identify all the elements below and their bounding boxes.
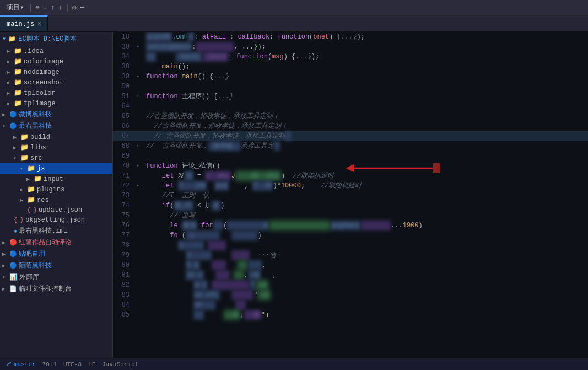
json-file-icon: { } bbox=[27, 207, 37, 213]
line-content: //古圣团队开发，招收学徒，承接工具定制！ bbox=[144, 111, 588, 121]
sidebar-item-external[interactable]: ▾ 📊 外部库 bbox=[0, 271, 112, 283]
sidebar-item-libs[interactable]: ▶ 📁 libs bbox=[0, 142, 112, 153]
sidebar-item-label: tplimage bbox=[24, 100, 56, 108]
arrow-icon: ▶ bbox=[20, 197, 25, 203]
sidebar-item-label: screenshot bbox=[24, 79, 63, 87]
sidebar-ec-label: EC脚本 D:\EC脚本 bbox=[18, 34, 77, 44]
sidebar-project-root[interactable]: ▾ 📁 EC脚本 D:\EC脚本 bbox=[0, 32, 112, 46]
encoding-value: UTF-8 bbox=[63, 361, 82, 368]
folder-icon: 📁 bbox=[34, 175, 42, 183]
sidebar-item-tplcolor[interactable]: ▶ 📁 tplcolor bbox=[0, 88, 112, 98]
sidebar-item-js[interactable]: ▾ 📁 js bbox=[0, 163, 112, 174]
code-line-79: 79 J ·· ·· ···省· bbox=[113, 250, 588, 260]
sidebar-item-label: 最右黑科技.iml bbox=[19, 226, 68, 235]
minimize-icon[interactable]: — bbox=[80, 3, 84, 12]
line-fold-indicator: ▸ bbox=[135, 181, 144, 191]
project-icon: 🔵 bbox=[9, 262, 17, 269]
tab-filename: main.js bbox=[7, 20, 34, 28]
gear-icon[interactable]: ⚙ bbox=[72, 3, 77, 12]
code-line-38: 38 main(); bbox=[113, 62, 588, 72]
arrow-icon: ▶ bbox=[2, 286, 8, 292]
sidebar-item-input[interactable]: ▶ 📁 input bbox=[0, 174, 112, 184]
list-icon[interactable]: ≡ bbox=[43, 3, 47, 12]
temp-icon: 📄 bbox=[9, 285, 17, 292]
arrow-icon: ▶ bbox=[2, 239, 8, 246]
sidebar-item-res[interactable]: ▶ 📁 res bbox=[0, 195, 112, 205]
arrow-icon: ▾ bbox=[2, 274, 8, 281]
sidebar-item-label: plugins bbox=[37, 186, 64, 194]
line-content: let 发信 = r do(J 延 迟大) //取随机延时 bbox=[144, 171, 588, 181]
line-fold-indicator: ▸ bbox=[135, 141, 144, 151]
arrow-icon: ▶ bbox=[20, 186, 25, 193]
add-icon[interactable]: ⊕ bbox=[35, 3, 40, 12]
code-line-85: 85 ·· 开, ·意") bbox=[113, 310, 588, 320]
arrow-icon: ▶ bbox=[2, 111, 8, 118]
encoding-label: UTF-8 bbox=[63, 361, 82, 368]
editor[interactable]: 18 pjysdk.onHc: atFail : callback: funct… bbox=[113, 32, 588, 358]
sidebar-item-colorimage[interactable]: ▶ 📁 colorimage bbox=[0, 56, 112, 67]
project-icon: 🔵 bbox=[9, 250, 17, 258]
code-line-69: 69 bbox=[113, 151, 588, 161]
sidebar-item-tieba[interactable]: ▶ 🔵 贴吧自用 bbox=[0, 248, 112, 260]
sidebar-item-hongshu[interactable]: ▶ 🔴 红薯作品自动评论 bbox=[0, 237, 112, 248]
cursor-position: 70:1 bbox=[42, 361, 57, 368]
line-ending-label: LF bbox=[88, 361, 95, 368]
code-line-73: 73 //T 正则 认 bbox=[113, 191, 588, 201]
tab-close-button[interactable]: × bbox=[37, 21, 41, 27]
sidebar-item-nodeimage[interactable]: ▶ 📁 nodeimage bbox=[0, 67, 112, 77]
code-line-71: 71 let 发信 = r do(J 延 迟大) //取随机延时 bbox=[113, 171, 588, 181]
git-branch[interactable]: ⎇ master bbox=[4, 361, 36, 368]
folder-icon: 📁 bbox=[14, 47, 22, 55]
down-icon[interactable]: ↓ bbox=[58, 3, 63, 12]
json-file-icon: { } bbox=[14, 217, 24, 223]
line-number: 80 bbox=[113, 260, 135, 270]
file-type-label: JavaScript bbox=[102, 361, 138, 368]
sidebar-item-tplimage[interactable]: ▶ 📁 tplimage bbox=[0, 98, 112, 109]
sidebar-item-tempfiles[interactable]: ▶ 📄 临时文件和控制台 bbox=[0, 283, 112, 294]
code-line-68: 68 ▸ // 古圣团队开发， 收学徒，承接工具定* bbox=[113, 141, 588, 151]
code-line-18: 18 pjysdk.onHc: atFail : callback: funct… bbox=[113, 32, 588, 42]
line-content: J ·· ·· ···省· bbox=[144, 250, 588, 260]
sidebar-item-label: input bbox=[44, 175, 63, 183]
arrow-icon: ▶ bbox=[7, 69, 12, 76]
folder-icon: 📁 bbox=[27, 164, 35, 173]
sidebar-item-zuiyouitml[interactable]: ▶ ◈ 最右黑科技.iml bbox=[0, 225, 112, 237]
iml-file-icon: ◈ bbox=[14, 228, 17, 234]
sidebar-item-build[interactable]: ▶ 📁 build bbox=[0, 132, 112, 142]
sidebar-item-pkgsetting[interactable]: ▶ { } pkgsetting.json bbox=[0, 215, 112, 225]
line-number: 66 bbox=[113, 121, 135, 131]
line-content: pjysdk.onHc: atFail : callback: function… bbox=[144, 32, 588, 42]
project-dropdown[interactable]: 项目▾ bbox=[4, 2, 26, 13]
sidebar-item-zuiyou[interactable]: ▾ 🔵 最右黑科技 bbox=[0, 120, 112, 132]
folder-icon: 📁 bbox=[14, 99, 22, 108]
sidebar-item-plugins[interactable]: ▶ 📁 plugins bbox=[0, 184, 112, 195]
sidebar-item-momo[interactable]: ▶ 🔵 陌陌黑科技 bbox=[0, 260, 112, 271]
folder-icon: 📁 bbox=[14, 57, 22, 66]
folder-icon: 📁 bbox=[14, 78, 22, 87]
sidebar-item-idea[interactable]: ▶ 📁 .idea bbox=[0, 46, 112, 56]
code-line-82: 82 e ( " 之 bbox=[113, 280, 588, 290]
up-icon[interactable]: ↑ bbox=[51, 3, 55, 12]
line-number: 70 bbox=[113, 161, 135, 171]
line-content: if(执_行 < 加文) bbox=[144, 201, 588, 211]
line-number: 50 bbox=[113, 82, 135, 92]
sidebar-item-screenshot[interactable]: ▶ 📁 screenshot bbox=[0, 77, 112, 88]
sidebar-item-label: 微博黑科技 bbox=[19, 110, 52, 119]
code-line-70: 70 ▸ function 评论_私信() bbox=[113, 161, 588, 171]
code-line-39: 39 ▸ function main() {...} bbox=[113, 72, 588, 82]
arrow-icon: ▶ bbox=[13, 134, 19, 141]
toolbar-separator-1 bbox=[30, 4, 31, 12]
sidebar-item-weibo[interactable]: ▶ 🔵 微博黑科技 bbox=[0, 109, 112, 120]
line-number: 78 bbox=[113, 240, 135, 250]
line-number: 69 bbox=[113, 151, 135, 161]
project-icon: 🔵 bbox=[9, 122, 17, 130]
file-type-value: JavaScript bbox=[102, 361, 138, 368]
line-number: 34 bbox=[113, 52, 135, 62]
line-number: 64 bbox=[113, 101, 135, 111]
sidebar-item-updatejson[interactable]: ▶ { } update.json bbox=[0, 205, 112, 215]
cursor-pos-label: 70:1 bbox=[42, 361, 57, 368]
folder-icon: 📁 bbox=[27, 196, 35, 204]
sidebar-item-src[interactable]: ▾ 📁 src bbox=[0, 153, 112, 163]
line-content: main(); bbox=[144, 62, 588, 72]
tab-main-js[interactable]: main.js × bbox=[0, 15, 48, 31]
